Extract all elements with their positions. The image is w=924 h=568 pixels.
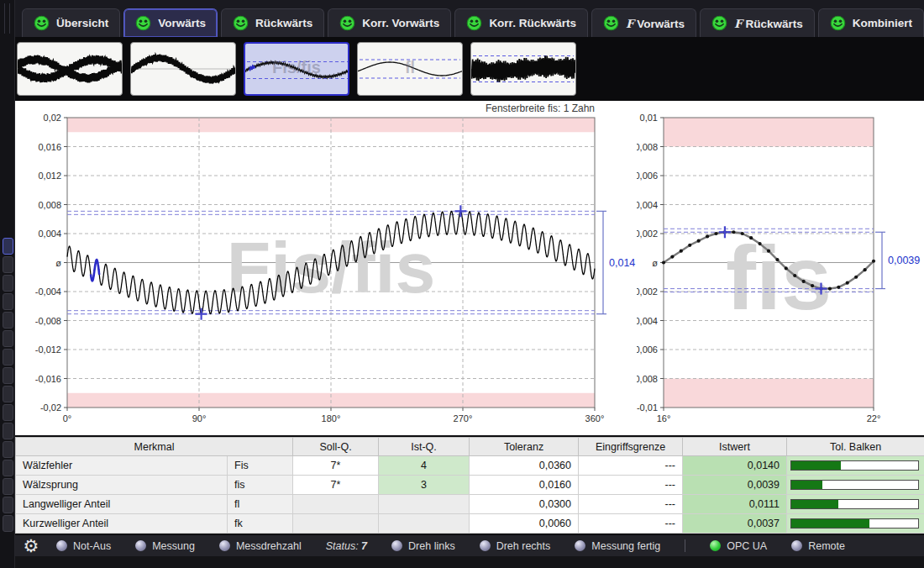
- gear-icon[interactable]: ⚙: [18, 536, 45, 556]
- svg-text:-0,012: -0,012: [35, 344, 61, 355]
- main-chart-Fis[interactable]: 0,020,0160,0120,0080,004ø-0,004-0,008-0,…: [15, 101, 637, 435]
- collapsed-panel-button[interactable]: [3, 349, 13, 366]
- collapsed-panel-button[interactable]: [3, 478, 13, 495]
- column-header-istwert[interactable]: Istwert: [683, 438, 787, 456]
- led-label: OPC UA: [727, 540, 767, 552]
- led-indicator-dreh-links[interactable]: Dreh links: [391, 540, 455, 552]
- tab--vorw-rts[interactable]: F Vorwärts: [591, 8, 696, 37]
- tab--bersicht[interactable]: Übersicht: [22, 8, 120, 37]
- collapsed-panel-button[interactable]: [3, 330, 13, 347]
- collapsed-panel-button[interactable]: [3, 441, 13, 458]
- thumbnail-4-smooth-flat[interactable]: fl: [357, 42, 463, 96]
- tab-kombiniert[interactable]: Kombiniert: [818, 8, 924, 37]
- zoom-chart-fis[interactable]: 0,010,0080,0060,0040,002ø-0,002-0,004-0,…: [637, 101, 924, 435]
- eingriffsgrenze-cell: ---: [579, 514, 683, 534]
- soll-q-cell: [293, 514, 379, 534]
- statusbar-divider: [685, 539, 685, 552]
- table-row[interactable]: Langwelliger Anteilfl0,0300---0,0111: [16, 495, 924, 514]
- eingriffsgrenze-cell: ---: [579, 495, 683, 514]
- column-header-ist-q-[interactable]: Ist-Q.: [379, 438, 470, 456]
- toleranz-cell: 0,0360: [470, 456, 579, 476]
- led-label: Messung fertig: [591, 540, 660, 552]
- symbol-cell: fl: [228, 495, 293, 514]
- column-header-tol-balken[interactable]: Tol. Balken: [787, 438, 924, 456]
- svg-text:-0,004: -0,004: [35, 287, 61, 297]
- collapsed-panel-button[interactable]: [3, 460, 13, 476]
- tolerance-bar-fill: [791, 461, 841, 470]
- tol-balken-cell: [787, 456, 924, 476]
- tab-vorw-rts[interactable]: Vorwärts: [123, 8, 218, 37]
- svg-text:90°: 90°: [192, 413, 207, 423]
- svg-text:-0,008: -0,008: [35, 316, 61, 326]
- thumbnail-1-overlay-dense[interactable]: [17, 42, 123, 96]
- column-header-soll-q-[interactable]: Soll-Q.: [293, 438, 379, 456]
- led-indicator-not-aus[interactable]: Not-Aus: [56, 540, 111, 552]
- led-indicator-messdrehzahl[interactable]: Messdrehzahl: [219, 540, 302, 552]
- led-label: Dreh rechts: [496, 540, 551, 552]
- symbol-cell: fk: [228, 514, 293, 534]
- app-window: { "tabs": [ {"label": "Übersicht", "acti…: [0, 0, 924, 568]
- symbol-cell: Fis: [228, 456, 293, 476]
- svg-text:0,0039: 0,0039: [888, 255, 920, 266]
- thumbnail-2-dense-sine[interactable]: [130, 42, 236, 96]
- column-header-eingriffsgrenze[interactable]: Eingriffsgrenze: [579, 438, 683, 456]
- led-indicator-opc-ua[interactable]: OPC UA: [710, 540, 767, 552]
- tolerance-bar-track: [790, 480, 919, 490]
- led-indicator-remote[interactable]: Remote: [791, 540, 845, 552]
- table-row[interactable]: Kurzwelliger Anteilfk0,0060---0,0037: [16, 514, 924, 534]
- tab-korr-vorw-rts[interactable]: Korr. Vorwärts: [328, 8, 451, 37]
- collapsed-panel-button[interactable]: [3, 386, 13, 402]
- column-header-toleranz[interactable]: Toleranz: [470, 438, 579, 456]
- collapsed-panel-button[interactable]: [3, 497, 13, 513]
- soll-q-cell: 7*: [293, 456, 379, 476]
- eingriffsgrenze-cell: ---: [579, 456, 683, 476]
- symbol-cell: fis: [228, 476, 293, 495]
- collapsed-panel-button[interactable]: [3, 238, 13, 255]
- tab-label: F Rückwärts: [734, 17, 803, 30]
- thumbnail-5-noise-band[interactable]: [470, 42, 576, 96]
- tab-label: Rückwärts: [255, 17, 312, 29]
- table-row[interactable]: WälzfehlerFis7*40,0360---0,0140: [16, 456, 924, 476]
- svg-text:0,008: 0,008: [38, 200, 61, 210]
- led-indicator-messung-fertig[interactable]: Messung fertig: [575, 540, 660, 552]
- collapsed-panel-button[interactable]: [3, 275, 13, 292]
- collapsed-panel-button[interactable]: [3, 293, 13, 310]
- svg-text:0,016: 0,016: [38, 142, 61, 152]
- led-gray: [135, 540, 146, 551]
- tab-korr-r-ckw-rts[interactable]: Korr. Rückwärts: [454, 8, 588, 37]
- thumbnail-plot: [18, 43, 122, 95]
- tol-balken-cell: [787, 495, 924, 514]
- smiley-icon: [233, 15, 249, 31]
- collapsed-panel-button[interactable]: [3, 515, 13, 532]
- led-label: Messdrehzahl: [236, 540, 302, 552]
- thumbnail-3-smooth-sine[interactable]: Fis/fis: [244, 42, 349, 96]
- tolerance-bar-track: [790, 460, 919, 471]
- ist-q-cell: 4: [379, 456, 470, 476]
- led-indicator-dreh-rechts[interactable]: Dreh rechts: [480, 540, 551, 552]
- collapsed-panel-button[interactable]: [3, 423, 13, 439]
- collapsed-panel-button[interactable]: [3, 256, 13, 273]
- svg-text:-0,006: -0,006: [637, 344, 658, 355]
- svg-text:fis: fis: [726, 227, 832, 329]
- merkmal-cell: Kurzwelliger Anteil: [16, 514, 228, 534]
- smiley-icon: [339, 15, 355, 31]
- led-gray: [219, 540, 230, 551]
- tab--r-ckw-rts[interactable]: F Rückwärts: [700, 8, 815, 37]
- thumbnail-plot: [245, 44, 349, 96]
- table-row[interactable]: Wälzsprungfis7*30,0160---0,0039: [16, 476, 924, 495]
- column-header-merkmal[interactable]: Merkmal: [16, 438, 293, 456]
- collapsed-panel-button[interactable]: [3, 312, 13, 329]
- istwert-cell: 0,0140: [683, 456, 787, 476]
- smiley-icon: [830, 15, 846, 31]
- tab-r-ckw-rts[interactable]: Rückwärts: [221, 8, 324, 37]
- status-bar: ⚙Not-AusMessungMessdrehzahlStatus: 7Dreh…: [15, 534, 924, 556]
- led-indicator-messung[interactable]: Messung: [135, 540, 195, 552]
- collapsed-panel-button[interactable]: [3, 404, 13, 421]
- ist-q-cell: [379, 495, 470, 514]
- rail-divider: [4, 3, 5, 34]
- svg-text:0,014: 0,014: [609, 257, 635, 269]
- svg-text:180°: 180°: [322, 413, 341, 423]
- soll-q-cell: 7*: [293, 476, 379, 495]
- collapsed-panel-button[interactable]: [3, 367, 13, 384]
- table-header-row: MerkmalSoll-Q.Ist-Q.ToleranzEingriffsgre…: [16, 438, 924, 456]
